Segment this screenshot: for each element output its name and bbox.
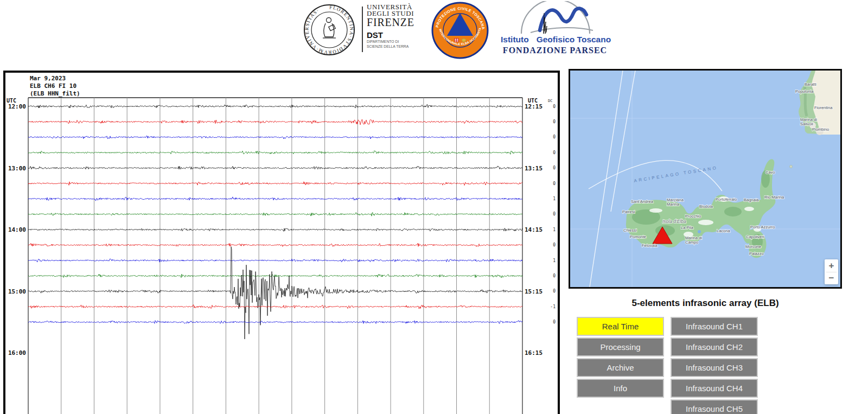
map-label: Populonia: [795, 89, 814, 94]
map-zoom-in-button[interactable]: +: [825, 259, 838, 272]
map-label: Fetovaia: [642, 243, 658, 248]
map-label: Fiorentina: [814, 105, 833, 110]
svg-text:1: 1: [553, 227, 556, 232]
map-label: Sant'Andrea: [631, 199, 654, 204]
nav-button-real-time[interactable]: Real Time: [577, 317, 664, 336]
map-label: Pomonte: [630, 234, 646, 239]
svg-text:13:15: 13:15: [525, 165, 542, 172]
channel-button-infrasound-ch2[interactable]: Infrasound CH2: [671, 337, 758, 356]
svg-text:15:00: 15:00: [8, 288, 26, 295]
islet: [790, 165, 793, 168]
svg-text:0: 0: [553, 289, 556, 294]
igt-graphic-icon: [501, 1, 609, 35]
nav-button-column: Real TimeProcessingArchiveInfo: [577, 317, 664, 399]
map-label: Chiessi: [623, 228, 637, 233]
seismogram-panel: Mar 9,2023 ELB CH6 FI 10 (ELB HHN_filt) …: [3, 71, 560, 414]
nav-button-info[interactable]: Info: [577, 379, 664, 398]
channel-button-infrasound-ch3[interactable]: Infrasound CH3: [671, 358, 758, 377]
elba-map: BarattiPopuloniaFiorentinaMarina diSaliv…: [570, 71, 840, 287]
svg-text:0: 0: [553, 104, 556, 109]
protezione-civile-logo: PROTEZIONE CIVILE TOSCANA INTERCOMUNALE …: [431, 2, 489, 59]
svg-text:14:15: 14:15: [525, 226, 542, 233]
map-label: Lacona: [717, 228, 730, 233]
unifi-divider: [362, 7, 363, 52]
channel-button-infrasound-ch5[interactable]: Infrasound CH5: [671, 399, 758, 414]
heli-station: ELB CH6 FI 10: [30, 82, 76, 90]
igt-logo: IstitutoGeofisico Toscano FONDAZIONE PAR…: [501, 1, 609, 61]
svg-text:0: 0: [553, 135, 556, 139]
svg-text:0: 0: [553, 212, 556, 216]
igt-line1: Istituto: [501, 35, 529, 44]
igt-line2: Geofisico Toscano: [537, 35, 611, 44]
map-label: Biodola: [699, 204, 713, 209]
channel-button-infrasound-ch4[interactable]: Infrasound CH4: [671, 379, 758, 398]
map-label: Rio Marina: [764, 195, 784, 200]
map-label: Capoliveri: [746, 234, 764, 239]
map-label: Piombino: [812, 127, 829, 132]
helicorder-plot: Mar 9,2023 ELB CH6 FI 10 (ELB HHN_filt) …: [5, 73, 558, 414]
map-label: Patresi: [622, 209, 635, 214]
channel-button-infrasound-ch1[interactable]: Infrasound CH1: [671, 317, 758, 336]
unifi-line3: FIRENZE: [367, 17, 429, 28]
unifi-dept1: DIPARTIMENTO DI: [367, 40, 429, 44]
map-label: La Pila: [681, 225, 694, 230]
igt-parsec: FONDAZIONE PARSEC: [501, 46, 609, 55]
svg-text:0: 0: [553, 119, 556, 124]
map-label: Cavo: [765, 170, 775, 175]
svg-text:1: 1: [553, 196, 556, 201]
svg-text:13:00: 13:00: [8, 165, 26, 172]
nav-button-archive[interactable]: Archive: [577, 358, 664, 377]
unifi-seal-icon: FLORENTINA·STVDIORVM·VNIVERSITAS·: [303, 4, 355, 56]
header-logos: FLORENTINA·STVDIORVM·VNIVERSITAS· UNIVER…: [296, 0, 610, 62]
map-label: Porto Azzurro: [750, 225, 775, 230]
svg-text:0: 0: [553, 273, 556, 278]
map-label: Baratti: [805, 82, 816, 87]
svg-text:DC: DC: [548, 99, 552, 103]
unifi-dept2: SCIENZE DELLA TERRA: [367, 44, 429, 49]
unifi-logo: FLORENTINA·STVDIORVM·VNIVERSITAS· UNIVER…: [296, 1, 429, 61]
svg-text:15:15: 15:15: [525, 288, 542, 295]
map-label: Bagnaia: [744, 198, 759, 202]
map-label: Procchio: [685, 214, 701, 219]
unifi-dst: DST: [367, 31, 429, 39]
svg-text:12:15: 12:15: [525, 103, 542, 110]
svg-text:1: 1: [553, 258, 556, 263]
map-zoom-control: + −: [825, 259, 838, 284]
map-label: Portoferraio: [716, 197, 737, 202]
svg-text:-1: -1: [550, 304, 556, 309]
island-label: Isola d'Elba: [662, 219, 686, 224]
map-zoom-out-button[interactable]: −: [825, 272, 838, 285]
map-label: Palazzo: [749, 251, 764, 256]
svg-text:16:00: 16:00: [8, 349, 26, 356]
svg-text:0: 0: [553, 181, 556, 186]
map-label: Morcone: [745, 244, 761, 249]
svg-text:0: 0: [553, 150, 556, 155]
heli-date: Mar 9,2023: [30, 75, 66, 82]
svg-text:16:15: 16:15: [525, 349, 542, 356]
nav-button-processing[interactable]: Processing: [577, 337, 664, 356]
svg-text:14:00: 14:00: [8, 226, 26, 233]
svg-text:12:00: 12:00: [8, 103, 26, 110]
map-panel[interactable]: BarattiPopuloniaFiorentinaMarina diSaliv…: [569, 69, 842, 289]
svg-text:0: 0: [553, 165, 556, 170]
scholar-figure-icon: [323, 18, 336, 39]
svg-text:0: 0: [553, 243, 556, 247]
array-title: 5-elements infrasonic array (ELB): [569, 298, 842, 309]
channel-button-column: Infrasound CH1Infrasound CH2Infrasound C…: [671, 317, 758, 414]
heli-channel: (ELB HHN_filt): [30, 90, 80, 97]
svg-text:0: 0: [553, 320, 556, 324]
